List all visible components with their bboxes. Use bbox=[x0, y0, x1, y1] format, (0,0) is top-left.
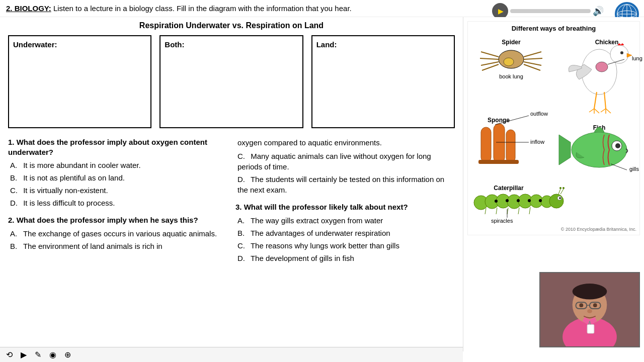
breathing-diagram-svg: Spider book lung Chicken bbox=[471, 34, 644, 225]
svg-line-13 bbox=[524, 58, 542, 59]
svg-line-31 bbox=[601, 109, 606, 112]
worksheet-title: Respiration Underwater vs. Respiration o… bbox=[8, 21, 455, 30]
svg-rect-36 bbox=[494, 124, 505, 163]
svg-text:outflow: outflow bbox=[530, 111, 548, 117]
svg-line-30 bbox=[594, 109, 599, 113]
svg-rect-37 bbox=[506, 130, 515, 162]
svg-text:Spider: Spider bbox=[502, 39, 521, 46]
svg-point-88 bbox=[587, 309, 592, 313]
svg-line-65 bbox=[485, 208, 486, 214]
svg-line-61 bbox=[558, 189, 560, 194]
q2-option-a[interactable]: A. The exchange of gases occurs in vario… bbox=[8, 228, 227, 239]
svg-line-9 bbox=[480, 58, 499, 59]
svg-line-8 bbox=[481, 52, 499, 57]
q1-option-b[interactable]: B. It is not as plentiful as on land. bbox=[8, 172, 227, 183]
question-2-block: 2. What does the professor imply when he… bbox=[8, 215, 227, 251]
q3-option-a[interactable]: A. The way gills extract oxygen from wat… bbox=[235, 215, 455, 226]
diagram-box-underwater[interactable]: Underwater: bbox=[8, 35, 151, 128]
svg-text:lung: lung bbox=[632, 55, 642, 61]
encyclopedia-credit: © 2010 Encyclopædia Britannica, Inc. bbox=[471, 227, 636, 232]
svg-line-48 bbox=[611, 164, 627, 170]
svg-rect-90 bbox=[587, 324, 594, 333]
q3-option-b[interactable]: B. The advantages of underwater respirat… bbox=[235, 228, 455, 238]
toolbar-draw-btn[interactable]: ✎ bbox=[33, 349, 43, 351]
svg-point-82 bbox=[573, 284, 607, 299]
svg-point-70 bbox=[495, 200, 498, 203]
audio-progress-bar[interactable] bbox=[510, 9, 591, 13]
question-2-text: 2. What does the professor imply when he… bbox=[8, 215, 227, 225]
svg-text:Caterpillar: Caterpillar bbox=[494, 185, 524, 192]
q2-option-b[interactable]: B. The environment of land animals is ri… bbox=[8, 241, 227, 251]
svg-point-63 bbox=[559, 187, 561, 189]
svg-point-47 bbox=[615, 143, 620, 148]
person-video-svg bbox=[540, 272, 639, 347]
svg-line-69 bbox=[529, 207, 530, 214]
svg-point-86 bbox=[579, 303, 583, 307]
svg-line-11 bbox=[482, 64, 499, 70]
questions-col-right: oxygen compared to aquatic environments.… bbox=[231, 137, 455, 270]
svg-line-62 bbox=[560, 189, 564, 194]
svg-line-68 bbox=[518, 208, 519, 214]
toolbar-back-btn[interactable]: ⟲ bbox=[4, 349, 15, 351]
svg-text:Chicken: Chicken bbox=[595, 39, 619, 46]
svg-point-60 bbox=[559, 197, 561, 199]
volume-icon[interactable]: 🔊 bbox=[593, 6, 604, 17]
diagram-box-both[interactable]: Both: bbox=[159, 35, 303, 128]
svg-rect-38 bbox=[478, 160, 519, 164]
svg-line-12 bbox=[524, 52, 541, 57]
svg-text:book lung: book lung bbox=[499, 73, 523, 79]
svg-line-28 bbox=[589, 109, 594, 112]
svg-point-74 bbox=[539, 199, 542, 202]
svg-point-23 bbox=[596, 62, 608, 72]
svg-text:inflow: inflow bbox=[530, 139, 544, 145]
main-content: Respiration Underwater vs. Respiration o… bbox=[0, 17, 644, 351]
breathing-diagram: Different ways of breathing Spider book … bbox=[467, 21, 640, 235]
q1-option-a[interactable]: A. It is more abundant in cooler water. bbox=[8, 160, 227, 170]
svg-line-27 bbox=[604, 92, 606, 109]
svg-rect-35 bbox=[481, 127, 491, 162]
q2-option-d[interactable]: D. The students will certainly be tested… bbox=[235, 174, 455, 195]
right-panel: Different ways of breathing Spider book … bbox=[463, 17, 644, 351]
questions-col-left: 1. What does the professor imply about o… bbox=[8, 137, 231, 270]
q1-option-c[interactable]: C. It is virtually non-existent. bbox=[8, 185, 227, 196]
q2-option-c[interactable]: C. Many aquatic animals can live without… bbox=[235, 151, 455, 172]
toolbar-record-btn[interactable]: ◉ bbox=[47, 349, 58, 351]
header-bar: 2. BIOLOGY: Listen to a lecture in a bio… bbox=[0, 0, 644, 17]
svg-marker-21 bbox=[627, 53, 632, 57]
q1-option-d[interactable]: D. It is less difficult to process. bbox=[8, 198, 227, 208]
svg-point-58 bbox=[549, 194, 564, 208]
svg-line-26 bbox=[594, 92, 597, 109]
svg-text:spiracles: spiracles bbox=[491, 218, 513, 224]
svg-point-72 bbox=[517, 199, 520, 202]
diagram-box-land[interactable]: Land: bbox=[311, 35, 455, 128]
svg-point-20 bbox=[610, 45, 628, 63]
svg-line-15 bbox=[524, 64, 540, 70]
svg-line-66 bbox=[496, 208, 497, 214]
svg-marker-45 bbox=[559, 135, 571, 165]
svg-point-87 bbox=[593, 303, 597, 307]
svg-point-71 bbox=[506, 199, 509, 202]
breathing-diagram-title: Different ways of breathing bbox=[471, 25, 636, 32]
q3-option-c[interactable]: C. The reasons why lungs work better tha… bbox=[235, 240, 455, 251]
instruction-text: Listen to a lecture in a biology class. … bbox=[53, 4, 352, 13]
video-thumbnail bbox=[539, 272, 640, 347]
worksheet: Respiration Underwater vs. Respiration o… bbox=[0, 17, 463, 351]
diagram-row: Underwater: Both: Land: bbox=[8, 35, 455, 128]
question-1-block: 1. What does the professor imply about o… bbox=[8, 137, 227, 208]
q2-option-b-cont: oxygen compared to aquatic environments. bbox=[235, 137, 455, 148]
q3-option-d[interactable]: D. The development of gills in fish bbox=[235, 253, 455, 263]
svg-text:gills: gills bbox=[629, 166, 639, 172]
question-3-block: 3. What will the professor likely talk a… bbox=[235, 202, 455, 263]
q2-continued: oxygen compared to aquatic environments.… bbox=[235, 137, 455, 195]
svg-point-64 bbox=[562, 187, 565, 189]
section-label: 2. BIOLOGY: bbox=[6, 4, 51, 13]
svg-line-33 bbox=[606, 109, 611, 113]
toolbar-add-btn[interactable]: ⊕ bbox=[62, 349, 73, 351]
svg-text:Sponge: Sponge bbox=[488, 117, 510, 124]
svg-point-22 bbox=[620, 51, 623, 54]
question-1-text: 1. What does the professor imply about o… bbox=[8, 137, 227, 157]
svg-point-16 bbox=[504, 58, 514, 66]
toolbar-play-btn[interactable]: ▶ bbox=[19, 349, 29, 351]
question-3-text: 3. What will the professor likely talk a… bbox=[235, 202, 455, 212]
bottom-toolbar: ⟲ ▶ ✎ ◉ ⊕ bbox=[0, 347, 463, 351]
